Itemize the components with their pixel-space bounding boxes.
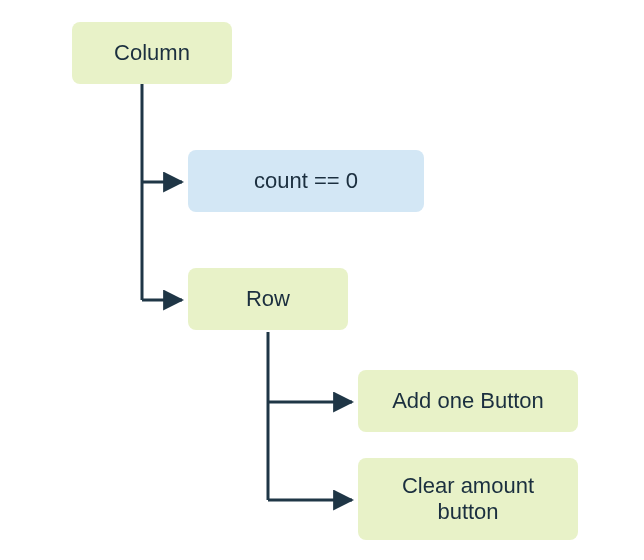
node-count-condition-label: count == 0 bbox=[254, 168, 358, 194]
node-add-one-button-label: Add one Button bbox=[392, 388, 544, 414]
node-column: Column bbox=[72, 22, 232, 84]
node-column-label: Column bbox=[114, 40, 190, 66]
node-clear-amount-button: Clear amount button bbox=[358, 458, 578, 540]
diagram-canvas: Column count == 0 Row Add one Button Cle… bbox=[0, 0, 644, 560]
node-count-condition: count == 0 bbox=[188, 150, 424, 212]
node-clear-amount-button-label: Clear amount button bbox=[374, 473, 562, 526]
node-add-one-button: Add one Button bbox=[358, 370, 578, 432]
node-row-label: Row bbox=[246, 286, 290, 312]
node-row: Row bbox=[188, 268, 348, 330]
